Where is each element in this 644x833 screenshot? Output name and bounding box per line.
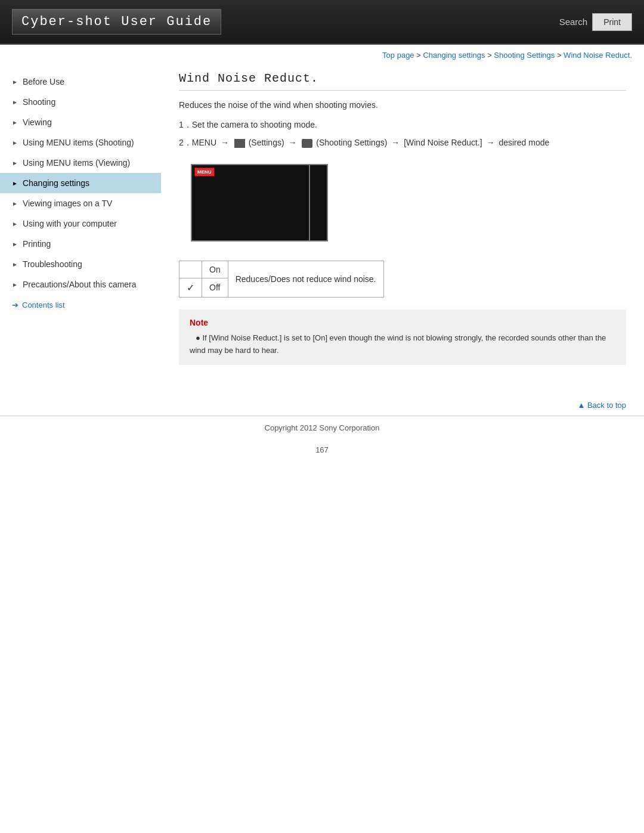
chevron-icon: ► bbox=[12, 221, 18, 227]
camera-body bbox=[310, 164, 328, 241]
page-title: Wind Noise Reduct. bbox=[179, 72, 626, 91]
note-content: ● If [Wind Noise Reduct.] is set to [On]… bbox=[190, 332, 615, 357]
contents-list-label: Contents list bbox=[22, 301, 65, 309]
back-to-top: ▲ Back to top bbox=[0, 395, 644, 416]
sidebar-item-label: Before Use bbox=[23, 77, 64, 86]
table-row: On Reduces/Does not reduce wind noise. bbox=[179, 261, 384, 278]
header-controls: Search Print bbox=[559, 13, 632, 31]
table-cell-check: ✓ bbox=[179, 278, 202, 297]
chevron-icon: ► bbox=[12, 241, 18, 247]
camera-diagram: MENU bbox=[191, 164, 328, 241]
sidebar-item-label: Shooting bbox=[23, 97, 55, 107]
page-description: Reduces the noise of the wind when shoot… bbox=[179, 100, 626, 110]
chevron-icon: ► bbox=[12, 160, 18, 166]
breadcrumb-changing-settings[interactable]: Changing settings bbox=[423, 51, 485, 60]
page-number: 167 bbox=[0, 439, 644, 460]
sidebar-item-label: Printing bbox=[23, 239, 51, 249]
breadcrumb-shooting-settings[interactable]: Shooting Settings bbox=[494, 51, 555, 60]
sidebar-item-label: Precautions/About this camera bbox=[23, 280, 137, 289]
back-to-top-link[interactable]: ▲ Back to top bbox=[577, 401, 626, 410]
sidebar-item-label: Troubleshooting bbox=[23, 259, 82, 269]
sidebar-item-shooting[interactable]: ► Shooting bbox=[0, 92, 161, 112]
table-cell-description: Reduces/Does not reduce wind noise. bbox=[228, 261, 383, 297]
main-layout: ► Before Use ► Shooting ► Viewing ► Usin… bbox=[0, 66, 644, 395]
sidebar-item-menu-shooting[interactable]: ► Using MENU items (Shooting) bbox=[0, 132, 161, 153]
chevron-icon: ► bbox=[12, 261, 18, 268]
sidebar-item-viewing[interactable]: ► Viewing bbox=[0, 112, 161, 132]
chevron-icon: ► bbox=[12, 119, 18, 126]
table-cell-option: Off bbox=[202, 278, 228, 297]
sidebar-item-changing-settings[interactable]: ► Changing settings bbox=[0, 173, 161, 193]
sidebar-item-computer[interactable]: ► Using with your computer bbox=[0, 213, 161, 234]
copyright-text: Copyright 2012 Sony Corporation bbox=[265, 423, 380, 432]
sidebar-item-label: Viewing images on a TV bbox=[23, 199, 112, 208]
step-1: 1．Set the camera to shooting mode. bbox=[179, 118, 626, 131]
page-header: Cyber-shot User Guide Search Print bbox=[0, 0, 644, 45]
sidebar-item-menu-viewing[interactable]: ► Using MENU items (Viewing) bbox=[0, 153, 161, 173]
sidebar-item-troubleshooting[interactable]: ► Troubleshooting bbox=[0, 254, 161, 274]
breadcrumb-top-page[interactable]: Top page bbox=[382, 51, 414, 60]
contents-list-link[interactable]: ➔ Contents list bbox=[0, 295, 161, 312]
arrow-right-icon: ➔ bbox=[12, 301, 18, 309]
footer-bar: Copyright 2012 Sony Corporation bbox=[0, 416, 644, 439]
chevron-icon: ► bbox=[12, 140, 18, 146]
table-cell-option: On bbox=[202, 261, 228, 278]
note-box: Note ● If [Wind Noise Reduct.] is set to… bbox=[179, 309, 626, 366]
table-cell-check bbox=[179, 261, 202, 278]
note-point: If [Wind Noise Reduct.] is set to [On] e… bbox=[190, 333, 606, 355]
sidebar-item-before-use[interactable]: ► Before Use bbox=[0, 72, 161, 92]
menu-indicator: MENU bbox=[194, 168, 215, 176]
checkmark-icon: ✓ bbox=[187, 283, 194, 293]
print-button[interactable]: Print bbox=[592, 13, 632, 31]
camera-screen: MENU bbox=[191, 164, 310, 241]
sidebar-item-printing[interactable]: ► Printing bbox=[0, 234, 161, 254]
sidebar-item-precautions[interactable]: ► Precautions/About this camera bbox=[0, 274, 161, 295]
chevron-icon: ► bbox=[12, 200, 18, 207]
chevron-icon: ► bbox=[12, 99, 18, 106]
sidebar: ► Before Use ► Shooting ► Viewing ► Usin… bbox=[0, 66, 161, 383]
sidebar-item-label: Using MENU items (Shooting) bbox=[23, 138, 134, 147]
chevron-icon: ► bbox=[12, 180, 18, 187]
sidebar-item-label: Using MENU items (Viewing) bbox=[23, 158, 130, 168]
search-label: Search bbox=[559, 17, 588, 27]
sidebar-item-label: Changing settings bbox=[23, 178, 89, 188]
sidebar-item-viewing-tv[interactable]: ► Viewing images on a TV bbox=[0, 193, 161, 213]
content-area: Wind Noise Reduct. Reduces the noise of … bbox=[161, 66, 644, 383]
step-2: 2．MENU → (Settings) → (Shooting Settings… bbox=[179, 136, 626, 149]
sidebar-item-label: Using with your computer bbox=[23, 219, 117, 228]
breadcrumb: Top page > Changing settings > Shooting … bbox=[0, 45, 644, 66]
settings-table: On Reduces/Does not reduce wind noise. ✓… bbox=[179, 261, 384, 298]
chevron-icon: ► bbox=[12, 79, 18, 85]
sidebar-item-label: Viewing bbox=[23, 117, 52, 127]
breadcrumb-wind-noise[interactable]: Wind Noise Reduct. bbox=[564, 51, 632, 60]
note-title: Note bbox=[190, 318, 615, 327]
site-title: Cyber-shot User Guide bbox=[12, 9, 221, 35]
chevron-icon: ► bbox=[12, 281, 18, 288]
